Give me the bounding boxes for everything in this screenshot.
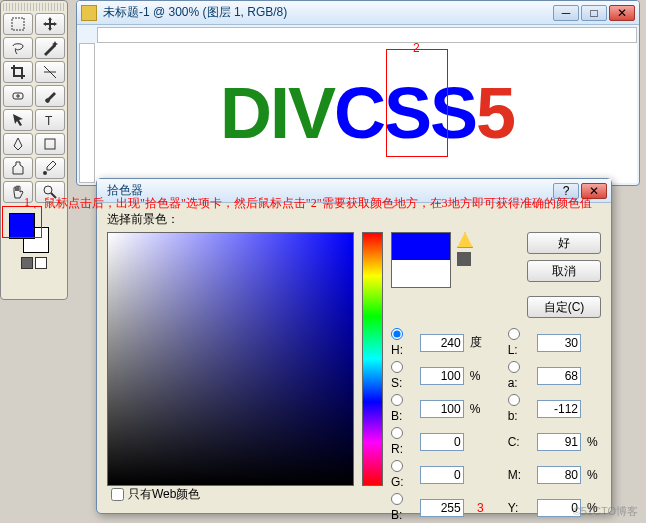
svg-point-5 [44,186,52,194]
annotation-box-1 [2,206,42,238]
blab-input[interactable] [537,400,581,418]
hue-slider[interactable] [362,232,383,486]
pointer-tool[interactable] [3,109,33,131]
toolbox-panel: T [0,0,68,300]
color-preview [391,232,451,288]
current-color[interactable] [392,260,450,287]
minimize-button[interactable]: ─ [553,5,579,21]
annotation-box-2 [386,49,448,157]
color-picker-dialog: 拾色器 ? ✕ 选择前景色： [96,178,612,514]
brgb-input[interactable] [420,499,464,517]
mode-quickmask[interactable] [35,257,47,269]
marquee-tool[interactable] [3,13,33,35]
saturation-value-field[interactable] [107,232,354,486]
l-radio[interactable]: L: [508,328,531,357]
document-icon [81,5,97,21]
svg-point-4 [43,171,47,175]
r-input[interactable] [420,433,464,451]
a-radio[interactable]: a: [508,361,531,390]
close-button[interactable]: ✕ [609,5,635,21]
shape-tool[interactable] [35,133,65,155]
bhsb-radio[interactable]: B: [391,394,414,423]
document-window: 未标题-1 @ 300% (图层 1, RGB/8) ─ □ ✕ DIVCSS5… [76,0,640,186]
eyedropper-tool[interactable] [35,157,65,179]
select-foreground-label: 选择前景色： [107,211,601,228]
blab-radio[interactable]: b: [508,394,531,423]
g-input[interactable] [420,466,464,484]
bhsb-input[interactable] [420,400,464,418]
s-input[interactable] [420,367,464,385]
clone-tool[interactable] [3,157,33,179]
color-fields: H: 度 L: S: % a: B: % [391,328,601,523]
g-radio[interactable]: G: [391,460,414,489]
c-label: C: [508,435,531,449]
c-input[interactable] [537,433,581,451]
move-tool[interactable] [35,13,65,35]
gamut-warning-icon[interactable] [457,232,473,248]
mode-standard[interactable] [21,257,33,269]
websafe-warning-icon[interactable] [457,252,471,266]
annotation-label-3: 3 [477,501,484,515]
document-titlebar[interactable]: 未标题-1 @ 300% (图层 1, RGB/8) ─ □ ✕ [77,1,639,25]
brgb-radio[interactable]: B: [391,493,414,522]
pen-tool[interactable] [3,133,33,155]
m-label: M: [508,468,531,482]
maximize-button[interactable]: □ [581,5,607,21]
y-label: Y: [508,501,531,515]
ruler-vertical[interactable] [79,43,95,183]
annotation-text: 、鼠标点击后，出现"拾色器"选项卡，然后鼠标点击"2"需要获取颜色地方，在3地方… [32,195,642,212]
new-color[interactable] [392,233,450,260]
toolbox-grip[interactable] [3,3,65,11]
crop-tool[interactable] [3,61,33,83]
slice-tool[interactable] [35,61,65,83]
mode-swatches [3,257,65,269]
r-radio[interactable]: R: [391,427,414,456]
svg-rect-3 [45,139,55,149]
wand-tool[interactable] [35,37,65,59]
custom-button[interactable]: 自定(C) [527,296,601,318]
s-radio[interactable]: S: [391,361,414,390]
svg-rect-0 [12,18,24,30]
ok-button[interactable]: 好 [527,232,601,254]
watermark: ©51CTO博客 [573,504,638,519]
web-only-checkbox[interactable]: 只有Web颜色 [111,486,200,503]
document-title: 未标题-1 @ 300% (图层 1, RGB/8) [103,4,553,21]
canvas-text: DIVCSS5 [220,72,514,154]
tool-grid: T [3,13,65,203]
canvas[interactable]: DIVCSS5 2 [97,43,637,183]
heal-tool[interactable] [3,85,33,107]
l-input[interactable] [537,334,581,352]
h-input[interactable] [420,334,464,352]
brush-tool[interactable] [35,85,65,107]
type-tool[interactable]: T [35,109,65,131]
svg-text:T: T [45,114,53,128]
ruler-horizontal[interactable] [97,27,637,43]
lasso-tool[interactable] [3,37,33,59]
m-input[interactable] [537,466,581,484]
a-input[interactable] [537,367,581,385]
cancel-button[interactable]: 取消 [527,260,601,282]
h-radio[interactable]: H: [391,328,414,357]
